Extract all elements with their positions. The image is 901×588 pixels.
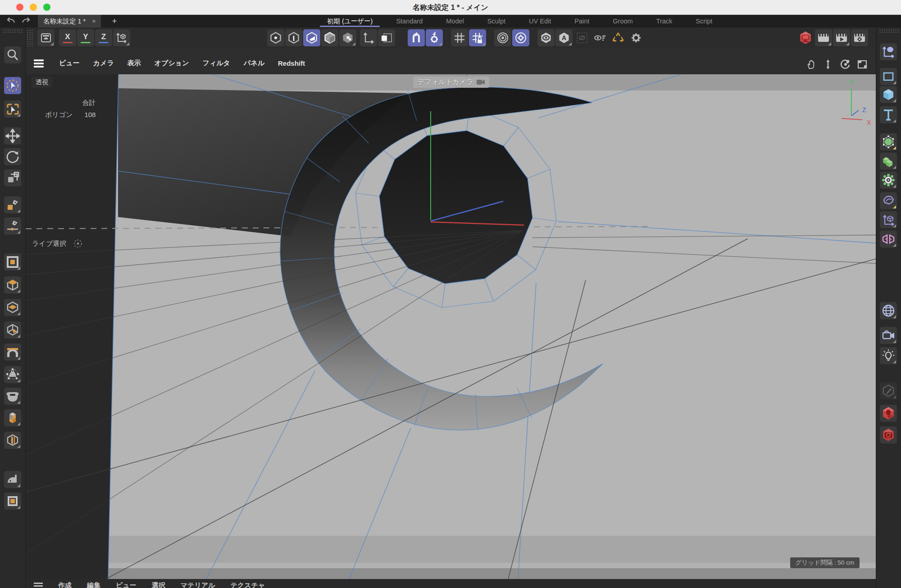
axis-gizmo[interactable]: Y Z X bbox=[828, 74, 873, 130]
x-axis-lock[interactable]: X bbox=[59, 29, 76, 46]
dotted-eye-icon[interactable] bbox=[573, 29, 591, 46]
snap-settings-icon[interactable] bbox=[426, 29, 443, 46]
modeling-settings-icon[interactable] bbox=[512, 29, 529, 46]
viewport-canvas[interactable]: 透視 合計 ポリゴン 108 デフォルトカメラ ライブ選択 グリッド間隔 : 5… bbox=[26, 74, 876, 579]
layout-tab-standard[interactable]: Standard bbox=[384, 15, 434, 27]
bend-deformer-icon[interactable] bbox=[880, 192, 897, 209]
close-tab-icon[interactable]: × bbox=[92, 18, 96, 25]
polygon-pen-mask-icon[interactable] bbox=[4, 388, 21, 405]
bottom-hamburger-icon[interactable] bbox=[34, 583, 43, 588]
document-tab[interactable]: 名称未設定 1 * × bbox=[38, 15, 101, 27]
menu-create[interactable]: 作成 bbox=[58, 581, 72, 588]
sky-globe-icon[interactable] bbox=[880, 302, 897, 319]
visibility-eye-icon[interactable] bbox=[537, 29, 555, 46]
rail-drag-handle[interactable] bbox=[3, 29, 23, 33]
volume-cubes-icon[interactable] bbox=[4, 409, 21, 426]
snap-magnet-icon[interactable] bbox=[408, 29, 425, 46]
orbit-icon[interactable] bbox=[840, 59, 851, 72]
search-icon[interactable] bbox=[4, 46, 21, 63]
layout-tab-groom[interactable]: Groom bbox=[601, 15, 644, 27]
render-icon[interactable] bbox=[815, 29, 832, 46]
model-mode-icon[interactable] bbox=[321, 29, 338, 46]
knife-icon[interactable] bbox=[4, 432, 21, 449]
edges-mode-icon[interactable] bbox=[285, 29, 302, 46]
layout-tab-paint[interactable]: Paint bbox=[563, 15, 601, 27]
layout-tab-track[interactable]: Track bbox=[645, 15, 684, 27]
menu-display[interactable]: 表示 bbox=[127, 59, 141, 68]
iron-icon[interactable] bbox=[4, 471, 21, 488]
menu-edit[interactable]: 編集 bbox=[87, 581, 100, 588]
spline-rect-icon[interactable] bbox=[880, 68, 897, 85]
viewport-hamburger-icon[interactable] bbox=[34, 59, 44, 68]
render-play-icon[interactable] bbox=[833, 29, 850, 46]
dolly-icon[interactable] bbox=[823, 59, 833, 72]
menu-panel[interactable]: パネル bbox=[244, 59, 264, 68]
material-edit-icon[interactable] bbox=[880, 382, 897, 399]
y-axis-lock[interactable]: Y bbox=[77, 29, 94, 46]
maximize-view-icon[interactable] bbox=[857, 59, 868, 72]
undo-icon[interactable] bbox=[5, 16, 17, 27]
redo-icon[interactable] bbox=[20, 16, 32, 27]
layout-tab-uvedit[interactable]: UV Edit bbox=[517, 15, 563, 27]
array-generator-icon[interactable] bbox=[880, 153, 897, 170]
menu-material[interactable]: マテリアル bbox=[181, 581, 215, 588]
coordinate-system-icon[interactable] bbox=[113, 29, 130, 46]
menu-filter[interactable]: フィルタ bbox=[203, 59, 230, 68]
redshift-camera-icon[interactable] bbox=[880, 426, 897, 443]
redshift-renderview-icon[interactable] bbox=[797, 29, 814, 46]
cube-primitive-icon[interactable] bbox=[880, 86, 897, 103]
menu-options[interactable]: オプション bbox=[155, 59, 189, 68]
live-selection-icon[interactable] bbox=[4, 77, 21, 94]
layout-tab-sculpt[interactable]: Sculpt bbox=[476, 15, 517, 27]
text-tool-icon[interactable]: T bbox=[880, 106, 897, 123]
menu-camera[interactable]: カメラ bbox=[93, 59, 114, 68]
menu-texture[interactable]: テクスチャ bbox=[230, 581, 265, 588]
menu-redshift[interactable]: Redshift bbox=[278, 59, 305, 67]
menu-view[interactable]: ビュー bbox=[59, 59, 80, 68]
toolbar-drag-handle[interactable] bbox=[27, 29, 33, 46]
texture-mode-icon[interactable] bbox=[339, 29, 356, 46]
move-icon[interactable] bbox=[4, 127, 21, 145]
viewport-solo-icon[interactable] bbox=[378, 29, 395, 46]
quantize-lock-icon[interactable] bbox=[469, 29, 486, 46]
spline-pen-icon[interactable] bbox=[4, 217, 21, 235]
pen-tool-icon[interactable] bbox=[4, 196, 21, 213]
camera-icon[interactable] bbox=[880, 327, 897, 344]
magnet-weight-icon[interactable] bbox=[4, 366, 21, 383]
rect-selection-icon[interactable] bbox=[4, 100, 21, 118]
layout-tab-startup[interactable]: 初期 (ユーザー) bbox=[315, 15, 384, 27]
gear-icon[interactable] bbox=[628, 29, 645, 46]
polygons-mode-icon[interactable] bbox=[303, 29, 320, 46]
add-tab-button[interactable]: + bbox=[108, 15, 121, 27]
symmetry-icon[interactable] bbox=[880, 231, 897, 248]
rail-drag-handle-right[interactable] bbox=[879, 29, 899, 33]
auto-visibility-icon[interactable]: A bbox=[555, 29, 573, 46]
workplane-icon[interactable] bbox=[360, 29, 377, 46]
null-object-icon[interactable] bbox=[880, 43, 897, 60]
extrude-inner-icon[interactable] bbox=[4, 299, 21, 316]
light-bulb-icon[interactable] bbox=[880, 347, 897, 364]
menu-view-bottom[interactable]: ビュー bbox=[116, 581, 137, 588]
rotate-icon[interactable] bbox=[4, 148, 21, 165]
extrude-icon[interactable] bbox=[4, 276, 21, 294]
close-polygon-icon[interactable] bbox=[4, 493, 21, 510]
subdivision-surface-icon[interactable] bbox=[880, 133, 897, 150]
target-rings-icon[interactable] bbox=[494, 29, 511, 46]
bevel-icon[interactable] bbox=[4, 321, 21, 339]
recycle-icon[interactable] bbox=[610, 29, 627, 46]
instance-axis-icon[interactable] bbox=[880, 211, 897, 228]
bridge-icon[interactable] bbox=[4, 344, 21, 361]
redshift-light-icon[interactable] bbox=[880, 405, 897, 422]
menu-select[interactable]: 選択 bbox=[152, 581, 165, 588]
generator-gear-icon[interactable] bbox=[880, 172, 897, 189]
filter-eye-icon[interactable] bbox=[592, 29, 609, 46]
points-mode-icon[interactable] bbox=[267, 29, 284, 46]
render-settings-icon[interactable] bbox=[851, 29, 868, 46]
camera-pill[interactable]: デフォルトカメラ bbox=[413, 77, 489, 88]
tweak-frame-icon[interactable] bbox=[4, 253, 21, 271]
layout-tab-model[interactable]: Model bbox=[434, 15, 476, 27]
scale-icon[interactable] bbox=[4, 169, 21, 186]
quantize-icon[interactable] bbox=[451, 29, 468, 46]
asset-browser-icon[interactable] bbox=[37, 29, 55, 46]
pan-hand-icon[interactable] bbox=[805, 59, 816, 72]
